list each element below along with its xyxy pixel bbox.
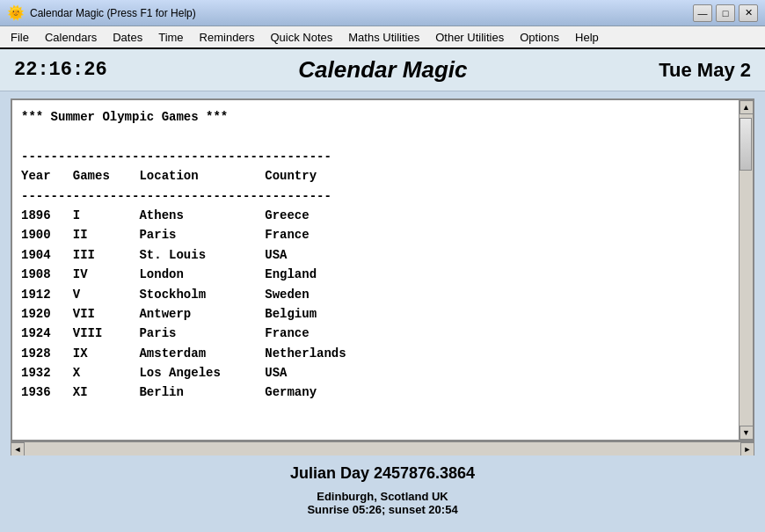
menu-mathsutilities[interactable]: Maths Utilities [341,29,426,46]
menu-otherutilities[interactable]: Other Utilities [428,29,511,46]
location-info: Edinburgh, Scotland UK [19,490,746,503]
scroll-thumb-vertical[interactable] [740,118,752,171]
footer-area: Julian Day 2457876.3864 Edinburgh, Scotl… [11,455,754,525]
menu-help[interactable]: Help [568,29,606,46]
scroll-up-button[interactable]: ▲ [740,100,754,114]
clock-display: 22:16:26 [14,59,107,81]
title-bar-controls: — □ ✕ [693,4,758,22]
date-display: Tue May 2 [659,59,751,82]
scroll-left-button[interactable]: ◄ [11,442,25,455]
text-display-box: *** Summer Olympic Games *** -----------… [11,98,754,441]
title-bar: 🌞 Calendar Magic (Press F1 for Help) — □… [0,0,765,26]
menu-file[interactable]: File [4,29,36,46]
app-icon: 🌞 [7,4,25,21]
scroll-track-horizontal[interactable] [25,442,740,455]
minimize-button[interactable]: — [693,4,712,22]
scroll-right-button[interactable]: ► [740,442,754,455]
horizontal-scrollbar-container[interactable]: ◄ ► [11,441,754,455]
menu-bar: File Calendars Dates Time Reminders Quic… [0,26,765,49]
app-title: Calendar Magic [298,56,467,84]
menu-dates[interactable]: Dates [106,29,149,46]
scroll-down-button[interactable]: ▼ [740,426,754,440]
menu-reminders[interactable]: Reminders [193,29,262,46]
menu-calendars[interactable]: Calendars [38,29,104,46]
title-bar-text: Calendar Magic (Press F1 for Help) [30,7,196,19]
menu-time[interactable]: Time [151,29,190,46]
julian-day-display: Julian Day 2457876.3864 [19,464,746,483]
menu-options[interactable]: Options [513,29,566,46]
vertical-scrollbar[interactable]: ▲ ▼ [739,100,753,440]
sun-info: Sunrise 05:26; sunset 20:54 [19,503,746,516]
header-area: 22:16:26 Calendar Magic Tue May 2 [0,49,765,91]
menu-quicknotes[interactable]: Quick Notes [263,29,339,46]
olympic-text[interactable]: *** Summer Olympic Games *** -----------… [12,100,739,440]
maximize-button[interactable]: □ [716,4,735,22]
main-content: *** Summer Olympic Games *** -----------… [0,91,765,532]
title-bar-left: 🌞 Calendar Magic (Press F1 for Help) [7,4,196,21]
close-button[interactable]: ✕ [739,4,758,22]
scroll-track-vertical[interactable] [740,114,753,426]
